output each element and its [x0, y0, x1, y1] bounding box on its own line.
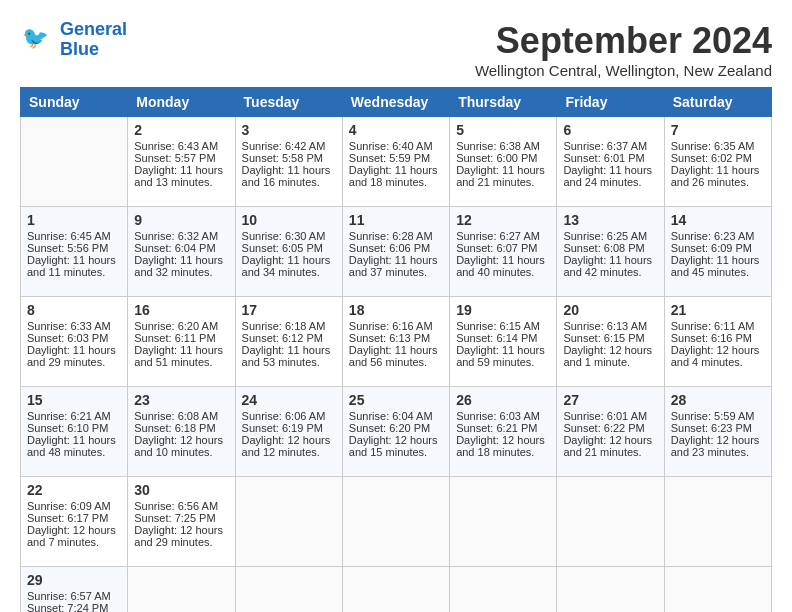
daylight-text: Daylight: 11 hours and 53 minutes. [242, 344, 336, 368]
col-header-monday: Monday [128, 88, 235, 117]
calendar-cell: 12Sunrise: 6:27 AMSunset: 6:07 PMDayligh… [450, 207, 557, 297]
sunset-text: Sunset: 6:18 PM [134, 422, 228, 434]
calendar-cell: 9Sunrise: 6:32 AMSunset: 6:04 PMDaylight… [128, 207, 235, 297]
daylight-text: Daylight: 11 hours and 40 minutes. [456, 254, 550, 278]
sunset-text: Sunset: 7:25 PM [134, 512, 228, 524]
calendar-cell: 16Sunrise: 6:20 AMSunset: 6:11 PMDayligh… [128, 297, 235, 387]
day-number: 19 [456, 302, 550, 318]
logo-text: General Blue [60, 20, 127, 60]
daylight-text: Daylight: 12 hours and 29 minutes. [134, 524, 228, 548]
calendar-cell: 11Sunrise: 6:28 AMSunset: 6:06 PMDayligh… [342, 207, 449, 297]
daylight-text: Daylight: 12 hours and 21 minutes. [563, 434, 657, 458]
sunrise-text: Sunrise: 6:27 AM [456, 230, 550, 242]
day-number: 12 [456, 212, 550, 228]
col-header-tuesday: Tuesday [235, 88, 342, 117]
calendar-cell [664, 567, 771, 613]
sunrise-text: Sunrise: 5:59 AM [671, 410, 765, 422]
col-header-saturday: Saturday [664, 88, 771, 117]
calendar-cell [557, 477, 664, 567]
calendar-cell [342, 567, 449, 613]
sunrise-text: Sunrise: 6:42 AM [242, 140, 336, 152]
col-header-thursday: Thursday [450, 88, 557, 117]
sunrise-text: Sunrise: 6:37 AM [563, 140, 657, 152]
daylight-text: Daylight: 11 hours and 45 minutes. [671, 254, 765, 278]
daylight-text: Daylight: 11 hours and 42 minutes. [563, 254, 657, 278]
daylight-text: Daylight: 11 hours and 51 minutes. [134, 344, 228, 368]
calendar-body: 2Sunrise: 6:43 AMSunset: 5:57 PMDaylight… [21, 117, 772, 613]
calendar-cell: 25Sunrise: 6:04 AMSunset: 6:20 PMDayligh… [342, 387, 449, 477]
day-number: 25 [349, 392, 443, 408]
day-number: 27 [563, 392, 657, 408]
sunset-text: Sunset: 5:58 PM [242, 152, 336, 164]
daylight-text: Daylight: 11 hours and 34 minutes. [242, 254, 336, 278]
calendar-cell [128, 567, 235, 613]
daylight-text: Daylight: 11 hours and 56 minutes. [349, 344, 443, 368]
day-number: 11 [349, 212, 443, 228]
day-number: 30 [134, 482, 228, 498]
calendar-cell: 20Sunrise: 6:13 AMSunset: 6:15 PMDayligh… [557, 297, 664, 387]
daylight-text: Daylight: 12 hours and 12 minutes. [242, 434, 336, 458]
sunrise-text: Sunrise: 6:21 AM [27, 410, 121, 422]
sunset-text: Sunset: 6:20 PM [349, 422, 443, 434]
calendar-cell: 22Sunrise: 6:09 AMSunset: 6:17 PMDayligh… [21, 477, 128, 567]
day-number: 13 [563, 212, 657, 228]
sunset-text: Sunset: 6:15 PM [563, 332, 657, 344]
calendar-cell [21, 117, 128, 207]
daylight-text: Daylight: 11 hours and 48 minutes. [27, 434, 121, 458]
sunrise-text: Sunrise: 6:20 AM [134, 320, 228, 332]
calendar-cell: 2Sunrise: 6:43 AMSunset: 5:57 PMDaylight… [128, 117, 235, 207]
sunrise-text: Sunrise: 6:56 AM [134, 500, 228, 512]
day-number: 6 [563, 122, 657, 138]
day-number: 8 [27, 302, 121, 318]
daylight-text: Daylight: 12 hours and 18 minutes. [456, 434, 550, 458]
sunrise-text: Sunrise: 6:15 AM [456, 320, 550, 332]
sunrise-text: Sunrise: 6:18 AM [242, 320, 336, 332]
col-header-friday: Friday [557, 88, 664, 117]
day-number: 5 [456, 122, 550, 138]
sunrise-text: Sunrise: 6:08 AM [134, 410, 228, 422]
sunrise-text: Sunrise: 6:23 AM [671, 230, 765, 242]
sunset-text: Sunset: 6:04 PM [134, 242, 228, 254]
month-title: September 2024 [475, 20, 772, 62]
calendar-cell: 15Sunrise: 6:21 AMSunset: 6:10 PMDayligh… [21, 387, 128, 477]
sunset-text: Sunset: 6:05 PM [242, 242, 336, 254]
daylight-text: Daylight: 11 hours and 11 minutes. [27, 254, 121, 278]
calendar-week-row: 22Sunrise: 6:09 AMSunset: 6:17 PMDayligh… [21, 477, 772, 567]
day-number: 18 [349, 302, 443, 318]
sunrise-text: Sunrise: 6:38 AM [456, 140, 550, 152]
calendar-cell [450, 477, 557, 567]
day-number: 23 [134, 392, 228, 408]
sunset-text: Sunset: 6:11 PM [134, 332, 228, 344]
day-number: 26 [456, 392, 550, 408]
daylight-text: Daylight: 11 hours and 13 minutes. [134, 164, 228, 188]
sunset-text: Sunset: 6:09 PM [671, 242, 765, 254]
calendar-cell: 18Sunrise: 6:16 AMSunset: 6:13 PMDayligh… [342, 297, 449, 387]
sunset-text: Sunset: 6:03 PM [27, 332, 121, 344]
sunset-text: Sunset: 6:14 PM [456, 332, 550, 344]
calendar-cell: 19Sunrise: 6:15 AMSunset: 6:14 PMDayligh… [450, 297, 557, 387]
calendar-cell: 24Sunrise: 6:06 AMSunset: 6:19 PMDayligh… [235, 387, 342, 477]
daylight-text: Daylight: 11 hours and 16 minutes. [242, 164, 336, 188]
sunset-text: Sunset: 6:01 PM [563, 152, 657, 164]
sunset-text: Sunset: 6:08 PM [563, 242, 657, 254]
logo-line2: Blue [60, 40, 127, 60]
day-number: 4 [349, 122, 443, 138]
sunrise-text: Sunrise: 6:16 AM [349, 320, 443, 332]
calendar-week-row: 2Sunrise: 6:43 AMSunset: 5:57 PMDaylight… [21, 117, 772, 207]
sunrise-text: Sunrise: 6:57 AM [27, 590, 121, 602]
calendar-cell: 21Sunrise: 6:11 AMSunset: 6:16 PMDayligh… [664, 297, 771, 387]
calendar-cell: 27Sunrise: 6:01 AMSunset: 6:22 PMDayligh… [557, 387, 664, 477]
daylight-text: Daylight: 12 hours and 1 minute. [563, 344, 657, 368]
sunset-text: Sunset: 6:21 PM [456, 422, 550, 434]
day-number: 20 [563, 302, 657, 318]
logo: 🐦 General Blue [20, 20, 127, 60]
title-block: September 2024 Wellington Central, Welli… [475, 20, 772, 79]
calendar-cell [235, 477, 342, 567]
day-number: 15 [27, 392, 121, 408]
daylight-text: Daylight: 12 hours and 15 minutes. [349, 434, 443, 458]
sunset-text: Sunset: 6:19 PM [242, 422, 336, 434]
calendar-cell [235, 567, 342, 613]
calendar-week-row: 8Sunrise: 6:33 AMSunset: 6:03 PMDaylight… [21, 297, 772, 387]
sunrise-text: Sunrise: 6:30 AM [242, 230, 336, 242]
daylight-text: Daylight: 11 hours and 37 minutes. [349, 254, 443, 278]
